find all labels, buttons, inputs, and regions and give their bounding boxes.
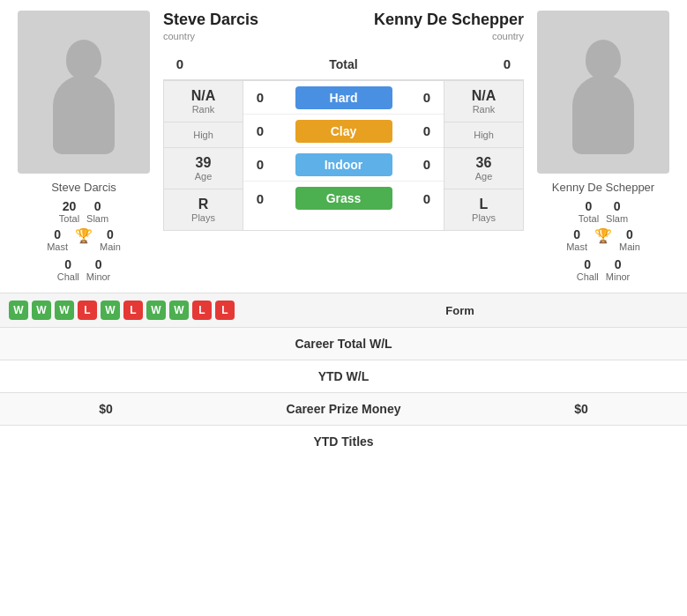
right-total-stat: 0 Total — [579, 199, 599, 224]
form-badge-9: L — [215, 301, 235, 320]
surface-score-left-3: 0 — [243, 191, 277, 206]
form-section: WWWLWLWWLL Form — [0, 293, 687, 327]
panel-left: N/A Rank High 39 Age R Plays — [164, 81, 243, 230]
left-body — [53, 75, 115, 154]
surface-row-2: 0 Indoor 0 — [243, 148, 444, 182]
left-rank-val: N/A — [191, 88, 216, 104]
left-stats-row2: 0 Mast 🏆 0 Main — [47, 227, 121, 252]
left-main-val: 0 — [107, 227, 114, 241]
left-player-card: Steve Darcis 20 Total 0 Slam 0 Mast 🏆 — [9, 11, 159, 282]
top-section: Steve Darcis 20 Total 0 Slam 0 Mast 🏆 — [0, 0, 687, 293]
surface-row-3: 0 Grass 0 — [243, 182, 444, 215]
left-mast-lbl: Mast — [47, 241, 68, 252]
surface-badge-3: Grass — [295, 187, 392, 210]
left-chall-val: 0 — [64, 257, 71, 271]
right-main-stat: 0 Main — [619, 227, 640, 252]
stats-row-2: $0 Career Prize Money $0 — [0, 392, 687, 425]
right-main-lbl: Main — [619, 241, 640, 252]
right-chall-stat: 0 Chall — [577, 257, 599, 282]
right-chall-val: 0 — [584, 257, 591, 271]
left-plays-lbl: Plays — [191, 212, 215, 223]
left-trophy-icon: 🏆 — [75, 227, 93, 252]
right-mast-stat: 0 Mast — [566, 227, 587, 252]
surface-score-right-0: 0 — [410, 90, 444, 105]
surface-badge-cell-3: Grass — [277, 183, 410, 213]
surface-score-left-0: 0 — [243, 90, 277, 105]
left-minor-stat: 0 Minor — [86, 257, 111, 282]
left-country: country — [163, 31, 258, 41]
left-player-name-main: Steve Darcis — [163, 11, 258, 29]
right-high-label: High — [474, 130, 494, 140]
right-player-card: Kenny De Schepper 0 Total 0 Slam 0 Mast … — [528, 11, 678, 282]
right-country: country — [374, 31, 524, 41]
total-label: Total — [197, 57, 490, 71]
right-trophy-icon: 🏆 — [594, 227, 612, 252]
right-silhouette — [568, 31, 638, 154]
left-plays-cell: R Plays — [164, 189, 243, 230]
left-slam-val: 0 — [94, 199, 101, 213]
right-slam-stat: 0 Slam — [606, 199, 628, 224]
left-high-cell: High — [164, 122, 243, 148]
right-body — [572, 75, 634, 154]
form-badge-8: L — [192, 301, 212, 320]
stats-row-1: YTD W/L — [0, 360, 687, 392]
stats-row-right-2: $0 — [493, 402, 669, 416]
right-plays-cell: L Plays — [444, 189, 523, 230]
left-total-lbl: Total — [59, 213, 79, 224]
form-badge-4: W — [101, 301, 120, 320]
stats-row-center-3: YTD Titles — [194, 434, 493, 449]
surface-badge-cell-1: Clay — [277, 116, 410, 146]
surface-row-0: 0 Hard 0 — [243, 81, 444, 115]
right-head — [586, 40, 621, 79]
right-high-cell: High — [444, 122, 523, 148]
right-slam-lbl: Slam — [606, 213, 628, 224]
right-minor-val: 0 — [615, 257, 622, 271]
total-header-row: 0 Total 0 — [163, 48, 524, 80]
form-badge-3: L — [78, 301, 97, 320]
surface-badge-cell-0: Hard — [277, 83, 410, 113]
right-chall-lbl: Chall — [577, 271, 599, 282]
stats-row-center-0: Career Total W/L — [194, 337, 493, 351]
left-rank-cell: N/A Rank — [164, 81, 243, 122]
left-slam-stat: 0 Slam — [86, 199, 108, 224]
stats-row-3: YTD Titles — [0, 425, 687, 457]
right-age-val: 36 — [476, 155, 492, 171]
right-mast-lbl: Mast — [566, 241, 587, 252]
panel-right: N/A Rank High 36 Age L Plays — [444, 81, 523, 230]
surface-row-1: 0 Clay 0 — [243, 115, 444, 148]
right-stats-row2: 0 Mast 🏆 0 Main — [566, 227, 640, 252]
surface-badge-1: Clay — [295, 120, 392, 143]
right-stats-row3: 0 Chall 0 Minor — [577, 257, 631, 282]
surface-score-left-1: 0 — [243, 123, 277, 138]
left-minor-lbl: Minor — [86, 271, 111, 282]
left-high-label: High — [193, 130, 213, 140]
stats-row-center-1: YTD W/L — [194, 369, 493, 383]
right-plays-val: L — [480, 197, 489, 212]
surface-content-middle: 0 Hard 0 0 Clay 0 0 Indoor 0 0 Grass 0 — [243, 81, 444, 230]
left-mast-stat: 0 Mast — [47, 227, 68, 252]
right-main-val: 0 — [626, 227, 633, 241]
surface-score-right-3: 0 — [410, 191, 444, 206]
right-slam-val: 0 — [614, 199, 621, 213]
right-plays-lbl: Plays — [472, 212, 496, 223]
left-chall-stat: 0 Chall — [57, 257, 79, 282]
left-age-lbl: Age — [195, 171, 213, 182]
right-avatar — [537, 11, 669, 174]
right-age-lbl: Age — [475, 171, 493, 182]
left-avatar — [18, 11, 150, 174]
left-mast-val: 0 — [54, 227, 61, 241]
left-total-val: 20 — [63, 199, 77, 213]
left-rank-lbl: Rank — [192, 104, 215, 115]
right-total-lbl: Total — [579, 213, 599, 224]
stats-row-center-2: Career Prize Money — [194, 402, 493, 416]
mid-wrapper: Steve Darcis country Kenny De Schepper c… — [163, 11, 524, 282]
surface-score-left-2: 0 — [243, 157, 277, 172]
form-label: Form — [242, 304, 678, 317]
stats-row-0: Career Total W/L — [0, 327, 687, 360]
player-names-row: Steve Darcis country Kenny De Schepper c… — [163, 11, 524, 48]
surface-badge-2: Indoor — [295, 153, 392, 176]
left-plays-val: R — [198, 197, 209, 212]
form-badge-7: W — [169, 301, 189, 320]
right-mast-val: 0 — [573, 227, 580, 241]
form-badge-1: W — [32, 301, 51, 320]
